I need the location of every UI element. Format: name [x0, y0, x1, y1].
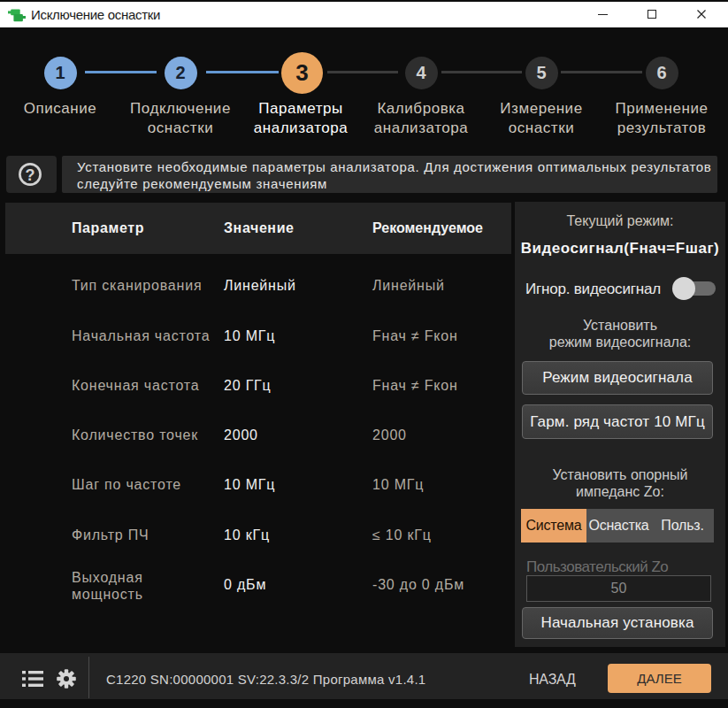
- svg-text:?: ?: [26, 166, 35, 184]
